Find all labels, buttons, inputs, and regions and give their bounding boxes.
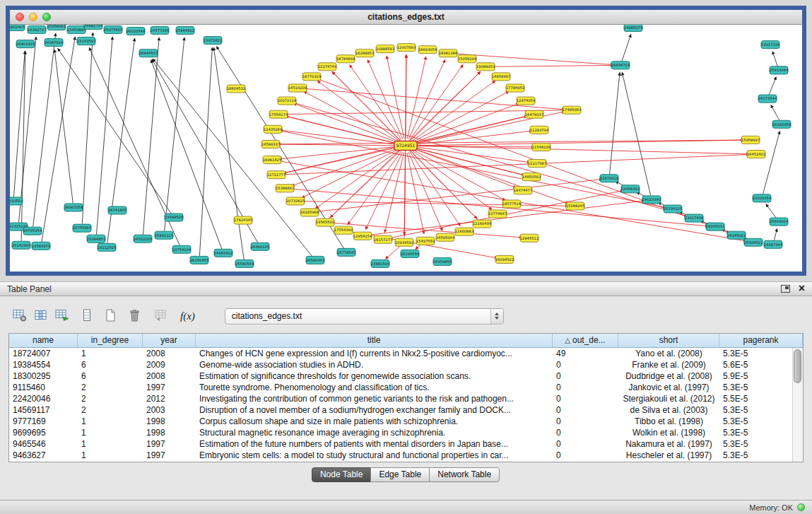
cell-name[interactable]: 22420046 (9, 393, 78, 404)
graph-node[interactable]: 26182958 (772, 120, 791, 128)
graph-node[interactable]: 17554174 (269, 110, 288, 118)
graph-node[interactable]: 10774647 (488, 210, 507, 218)
cell-year[interactable]: 1998 (143, 416, 196, 427)
graph-node[interactable]: 10888593 (376, 45, 394, 53)
graph-node[interactable]: 12007893 (397, 44, 416, 52)
graph-edge[interactable] (413, 147, 525, 175)
cell-pagerank[interactable]: 5.6E-5 (719, 359, 792, 370)
cell-title[interactable]: Tourette syndrome. Phenomenology and cla… (196, 382, 553, 393)
graph-node[interactable]: 25064851 (87, 235, 105, 243)
graph-node[interactable]: 12874059 (517, 97, 535, 105)
table-row[interactable]: 1830029562008Estimation of significance … (9, 370, 792, 382)
graph-edge[interactable] (622, 35, 631, 62)
network-selector[interactable]: citations_edges.txt (225, 308, 504, 325)
cell-in_degree[interactable]: 2 (78, 393, 143, 404)
graph-edge[interactable] (350, 65, 402, 140)
cell-in_degree[interactable]: 2 (78, 404, 143, 416)
row-options-button[interactable] (81, 308, 93, 325)
graph-edge[interactable] (407, 153, 424, 234)
graph-node[interactable]: 23212505 (98, 243, 116, 251)
cell-title[interactable]: Estimation of significance thresholds fo… (196, 370, 553, 382)
table-row[interactable]: 1456911722003Disruption of a novel membe… (9, 404, 792, 416)
graph-node[interactable]: 12721777 (267, 171, 286, 179)
graph-node[interactable]: 12845512 (520, 234, 539, 242)
graph-node[interactable]: 16157277 (374, 235, 392, 243)
graph-node[interactable]: 26150455 (190, 256, 208, 264)
graph-node[interactable]: 17624345 (234, 216, 252, 224)
cell-short[interactable]: Tibbo et al. (1998) (618, 416, 719, 427)
graph-node[interactable]: 26644507 (139, 49, 158, 57)
tab-network-table[interactable]: Network Table (429, 467, 500, 482)
graph-node[interactable]: 25664802 (176, 27, 194, 35)
graph-node[interactable]: 24502205 (134, 235, 152, 243)
graph-node[interactable]: 26741845 (108, 206, 126, 214)
cell-out_degree[interactable]: 0 (553, 438, 618, 450)
graph-edge[interactable] (151, 60, 222, 250)
graph-node[interactable]: 11283794 (530, 126, 549, 134)
cell-out_degree[interactable]: 0 (553, 450, 618, 461)
graph-node[interactable]: 24245022 (727, 231, 746, 239)
graph-edge[interactable] (771, 105, 779, 120)
column-header-short[interactable]: short (618, 334, 719, 347)
memory-status-indicator[interactable] (797, 503, 805, 511)
graph-edge[interactable] (413, 146, 749, 154)
graph-edge[interactable] (278, 144, 399, 146)
graph-node[interactable]: 24755865 (73, 224, 91, 232)
cell-title[interactable]: Estimation of the future numbers of pati… (196, 438, 553, 450)
table-row[interactable]: 2242004622012Investigating the contribut… (9, 393, 792, 404)
graph-node[interactable]: 23917334 (761, 41, 780, 49)
graph-node[interactable]: 24955402 (214, 249, 233, 257)
graph-node[interactable]: 25142565 (12, 241, 30, 249)
cell-year[interactable]: 2008 (143, 370, 196, 382)
graph-node[interactable]: 24885079 (624, 25, 642, 32)
graph-node[interactable]: 14595044 (436, 233, 455, 241)
graph-node[interactable]: 24023340 (642, 196, 661, 204)
graph-node[interactable]: 16288853 (355, 49, 374, 57)
cell-pagerank[interactable]: 5.3E-5 (719, 450, 792, 461)
cell-name[interactable]: 18724007 (9, 348, 78, 359)
cell-in_degree[interactable]: 1 (78, 438, 143, 450)
graph-edge[interactable] (348, 151, 401, 225)
cell-in_degree[interactable]: 1 (78, 450, 143, 461)
graph-node[interactable]: 20072116 (278, 97, 296, 105)
cell-year[interactable]: 1997 (143, 438, 196, 450)
graph-edge[interactable] (317, 81, 400, 141)
graph-node[interactable]: 12435269 (264, 125, 282, 133)
graph-node[interactable]: 16693058 (418, 46, 437, 54)
cell-year[interactable]: 1997 (143, 382, 196, 393)
graph-node[interactable]: 24162737 (28, 26, 46, 34)
graph-edge[interactable] (490, 65, 613, 66)
column-header-title[interactable]: title (196, 334, 553, 347)
graph-edge[interactable] (54, 49, 73, 203)
select-columns-button[interactable] (33, 308, 49, 325)
close-window-button[interactable] (16, 13, 24, 21)
window-titlebar[interactable]: citations_edges.txt (10, 10, 802, 25)
graph-node[interactable]: 26903315 (16, 40, 35, 48)
graph-edge[interactable] (769, 77, 776, 95)
column-header-out_degree[interactable]: △out_de... (553, 334, 618, 347)
graph-node[interactable]: 20732625 (286, 197, 305, 205)
graph-edge[interactable] (772, 52, 777, 66)
graph-node[interactable]: 25643004 (770, 218, 789, 226)
graph-node[interactable]: 11600883 (455, 228, 473, 235)
graph-edge[interactable] (82, 33, 93, 224)
graph-edge[interactable] (408, 152, 442, 230)
cell-pagerank[interactable]: 5.3E-5 (719, 382, 792, 393)
table-row[interactable]: 969969511998Structural magnetic resonanc… (9, 427, 792, 438)
graph-node[interactable]: 14656967 (492, 73, 510, 81)
citation-network-graph[interactable]: 9724951115461981221798714850583164744771… (10, 25, 802, 271)
graph-node[interactable]: 18784898 (336, 55, 355, 63)
import-table-button[interactable] (152, 308, 169, 325)
graph-node[interactable]: 26020548 (126, 28, 145, 35)
cell-in_degree[interactable]: 1 (78, 427, 143, 438)
cell-in_degree[interactable]: 1 (78, 348, 143, 359)
graph-edge[interactable] (411, 71, 481, 141)
cell-pagerank[interactable]: 5.3E-5 (719, 427, 792, 438)
graph-node[interactable]: 23881504 (371, 259, 390, 267)
graph-edge[interactable] (330, 151, 400, 218)
cell-name[interactable]: 14569117 (9, 404, 78, 416)
graph-edge[interactable] (385, 245, 401, 259)
graph-edge[interactable] (610, 72, 620, 174)
graph-node[interactable]: 22274749 (318, 63, 336, 71)
graph-node[interactable]: 25914344 (770, 66, 789, 74)
